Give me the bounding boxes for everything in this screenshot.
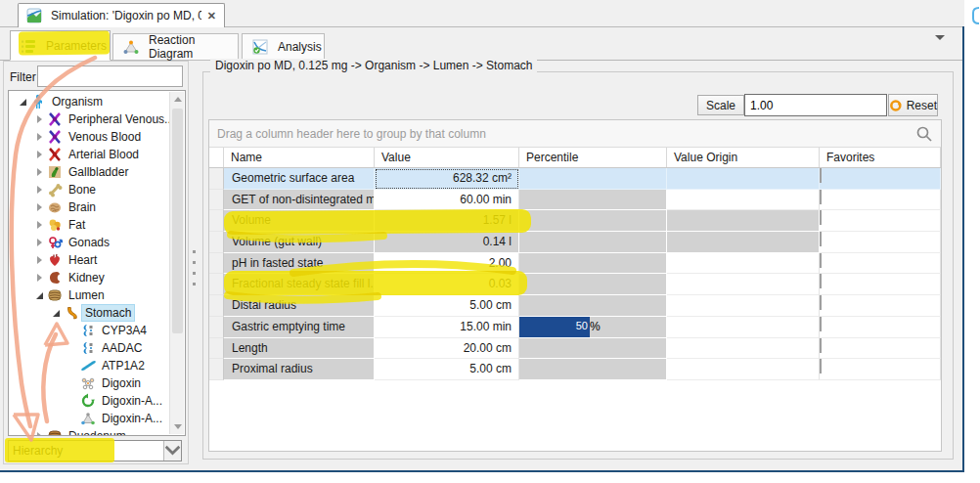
value-origin-cell[interactable] [667, 168, 820, 190]
tree-item[interactable]: Organism [9, 93, 185, 110]
favorite-checkbox[interactable] [820, 295, 822, 310]
tree-item[interactable]: Lumen [9, 286, 185, 304]
name-cell[interactable]: Volume [224, 210, 375, 232]
favorite-checkbox[interactable] [820, 274, 822, 288]
expand-expander-icon[interactable] [33, 112, 47, 126]
value-origin-cell[interactable] [667, 253, 820, 275]
close-icon[interactable]: ✕ [207, 10, 216, 22]
row-indicator-cell[interactable] [209, 210, 224, 232]
percentile-cell[interactable] [519, 232, 667, 253]
table-row[interactable]: Geometric surface area628.32 cm² [209, 168, 941, 190]
tree-item[interactable]: Heart [9, 251, 185, 269]
row-indicator-cell[interactable] [209, 338, 224, 360]
expand-expander-icon[interactable] [33, 165, 47, 179]
table-row[interactable]: pH in fasted state2.00 [209, 253, 941, 275]
favorite-checkbox[interactable] [820, 253, 822, 268]
tree-item[interactable]: Arterial Blood [9, 146, 185, 163]
row-indicator-cell[interactable] [209, 359, 224, 380]
value-cell[interactable]: 0.14 l [375, 232, 519, 253]
value-origin-cell[interactable] [667, 295, 820, 317]
percentile-cell[interactable] [519, 168, 667, 190]
favorite-checkbox[interactable] [820, 190, 822, 204]
value-origin-cell[interactable] [667, 232, 820, 253]
row-indicator-cell[interactable] [209, 253, 224, 275]
name-cell[interactable]: Distal radius [224, 295, 375, 317]
favorites-cell[interactable] [820, 338, 941, 360]
tree-item[interactable]: Gallbladder [9, 163, 185, 181]
table-row[interactable]: Volume1.57 l [209, 210, 941, 232]
value-cell[interactable]: 1.57 l [375, 210, 519, 232]
tree-item[interactable]: Digoxin-A... [9, 392, 185, 410]
tree-view-mode-select[interactable]: Hierarchy [8, 440, 182, 461]
favorites-cell[interactable] [820, 190, 941, 211]
value-cell[interactable]: 60.00 min [375, 190, 519, 211]
row-indicator-cell[interactable] [209, 274, 224, 295]
value-cell[interactable]: 20.00 cm [375, 338, 519, 360]
expand-expander-icon[interactable] [33, 271, 47, 285]
value-cell[interactable]: 5.00 cm [375, 295, 519, 317]
name-cell[interactable]: Geometric surface area [224, 168, 375, 190]
row-indicator-cell[interactable] [209, 295, 224, 317]
column-header-value-origin[interactable]: Value Origin [667, 148, 820, 167]
tree-item[interactable]: AADAC [9, 339, 185, 357]
tree-item[interactable]: Venous Blood [9, 128, 185, 146]
row-indicator-cell[interactable] [209, 317, 224, 338]
scale-input[interactable] [744, 94, 887, 116]
name-cell[interactable]: pH in fasted state [224, 253, 375, 275]
table-row[interactable]: Fractional steady state fill l...0.03 [209, 274, 941, 295]
row-indicator-cell[interactable] [209, 232, 224, 253]
tree-item[interactable]: Peripheral Venous... [9, 110, 185, 128]
tree-item[interactable]: Fat [9, 216, 185, 234]
group-by-panel[interactable]: Drag a column header here to group by th… [209, 120, 941, 148]
combo-dropdown-button[interactable] [163, 441, 181, 461]
tree-scrollbar[interactable] [169, 92, 184, 434]
column-header-name[interactable]: Name [224, 148, 375, 167]
tree-item[interactable]: CYP3A4 [9, 322, 185, 339]
table-row[interactable]: Volume (gut wall)0.14 l [209, 232, 941, 253]
favorite-checkbox[interactable] [820, 317, 822, 331]
scale-button[interactable]: Scale [697, 95, 744, 115]
value-origin-cell[interactable] [667, 190, 820, 211]
value-origin-cell[interactable] [667, 359, 820, 380]
favorites-cell[interactable] [820, 253, 941, 275]
name-cell[interactable]: Length [224, 338, 375, 360]
expand-expander-icon[interactable] [33, 429, 47, 436]
expand-expander-icon[interactable] [33, 183, 47, 197]
percentile-cell[interactable] [519, 295, 667, 317]
tab-overflow-button[interactable] [935, 40, 945, 54]
percentile-cell[interactable] [519, 274, 667, 295]
name-cell[interactable]: Fractional steady state fill l... [224, 274, 375, 295]
column-header-favorites[interactable]: Favorites [820, 148, 941, 167]
table-row[interactable]: Length20.00 cm [209, 338, 941, 360]
document-tab-simulation[interactable]: Simulation: 'Digoxin po MD, 0.125 mg' ✕ [18, 3, 225, 27]
tree-item[interactable]: Kidney [9, 269, 185, 286]
percentile-cell[interactable]: 50% [519, 317, 667, 338]
expand-expander-icon[interactable] [33, 148, 47, 161]
collapse-expander-icon[interactable] [50, 306, 64, 320]
row-indicator-cell[interactable] [209, 190, 224, 211]
favorites-cell[interactable] [820, 168, 941, 190]
value-origin-cell[interactable] [667, 274, 820, 295]
name-cell[interactable]: Volume (gut wall) [224, 232, 375, 253]
tree-item[interactable]: Gonads [9, 234, 185, 251]
favorite-checkbox[interactable] [820, 168, 822, 183]
expand-expander-icon[interactable] [33, 236, 47, 249]
percentile-cell[interactable] [519, 210, 667, 232]
expand-expander-icon[interactable] [33, 130, 47, 144]
search-icon[interactable] [915, 125, 933, 143]
scroll-up-icon[interactable] [170, 92, 185, 107]
favorites-cell[interactable] [820, 274, 941, 295]
name-cell[interactable]: GET of non-disintegrated m... [224, 190, 375, 211]
value-cell[interactable]: 628.32 cm² [375, 168, 519, 190]
tree-item[interactable]: ATP1A2 [9, 357, 185, 374]
favorites-cell[interactable] [820, 232, 941, 253]
favorites-cell[interactable] [820, 210, 941, 232]
favorites-cell[interactable] [820, 359, 941, 380]
column-header-value[interactable]: Value [375, 148, 519, 167]
tab-analysis[interactable]: Analysis [242, 33, 325, 61]
favorite-checkbox[interactable] [820, 338, 822, 353]
tab-parameters[interactable]: Parameters [10, 30, 111, 61]
tree-item[interactable]: Brain [9, 198, 185, 216]
tree-item[interactable]: Digoxin [9, 374, 185, 392]
table-row[interactable]: GET of non-disintegrated m...60.00 min [209, 190, 941, 211]
